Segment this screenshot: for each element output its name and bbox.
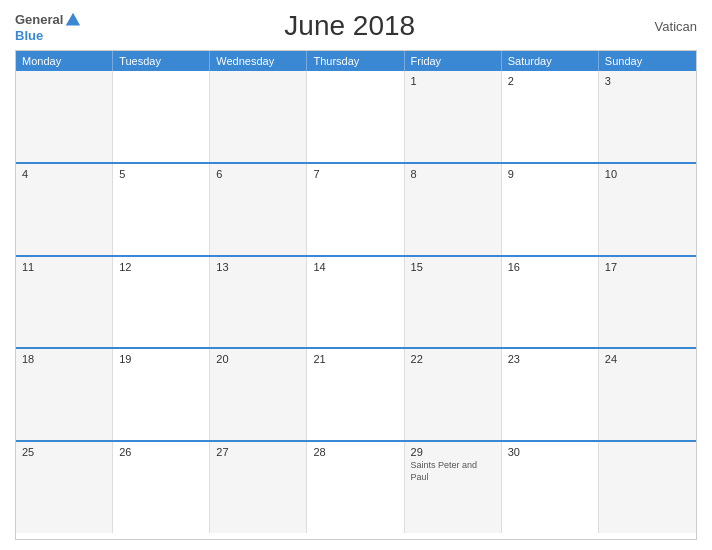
svg-marker-0: [66, 12, 80, 25]
day-cell: 15: [405, 257, 502, 348]
day-cell: [210, 71, 307, 162]
day-header-tuesday: Tuesday: [113, 51, 210, 71]
day-cell: 2: [502, 71, 599, 162]
week-row-4: 18192021222324: [16, 349, 696, 442]
day-number: 22: [411, 353, 495, 365]
day-header-sunday: Sunday: [599, 51, 696, 71]
day-header-saturday: Saturday: [502, 51, 599, 71]
calendar-grid: MondayTuesdayWednesdayThursdayFridaySatu…: [15, 50, 697, 540]
day-header-friday: Friday: [405, 51, 502, 71]
day-cell: 25: [16, 442, 113, 533]
day-number: 2: [508, 75, 592, 87]
day-number: 7: [313, 168, 397, 180]
day-header-thursday: Thursday: [307, 51, 404, 71]
day-number: 6: [216, 168, 300, 180]
day-cell: 30: [502, 442, 599, 533]
logo-wrapper: General Blue: [15, 11, 82, 42]
day-number: 23: [508, 353, 592, 365]
day-cell: [307, 71, 404, 162]
day-number: 26: [119, 446, 203, 458]
day-cell: 16: [502, 257, 599, 348]
day-number: 12: [119, 261, 203, 273]
day-number: 15: [411, 261, 495, 273]
day-cell: 24: [599, 349, 696, 440]
logo: General Blue: [15, 11, 82, 42]
day-cell: 18: [16, 349, 113, 440]
day-header-monday: Monday: [16, 51, 113, 71]
day-number: 18: [22, 353, 106, 365]
day-number: 4: [22, 168, 106, 180]
day-cell: [16, 71, 113, 162]
day-number: 25: [22, 446, 106, 458]
day-number: 27: [216, 446, 300, 458]
day-number: 10: [605, 168, 690, 180]
day-cell: 22: [405, 349, 502, 440]
calendar-header-row: MondayTuesdayWednesdayThursdayFridaySatu…: [16, 51, 696, 71]
day-cell: 28: [307, 442, 404, 533]
day-number: 30: [508, 446, 592, 458]
day-cell: 29Saints Peter and Paul: [405, 442, 502, 533]
day-number: 14: [313, 261, 397, 273]
calendar-title: June 2018: [82, 10, 617, 42]
day-number: 3: [605, 75, 690, 87]
day-header-wednesday: Wednesday: [210, 51, 307, 71]
day-cell: 5: [113, 164, 210, 255]
day-cell: 9: [502, 164, 599, 255]
day-cell: 1: [405, 71, 502, 162]
day-number: 16: [508, 261, 592, 273]
day-cell: 8: [405, 164, 502, 255]
day-number: 8: [411, 168, 495, 180]
day-cell: 6: [210, 164, 307, 255]
logo-triangle-icon: [64, 11, 82, 29]
day-cell: [599, 442, 696, 533]
day-number: 13: [216, 261, 300, 273]
day-number: 1: [411, 75, 495, 87]
calendar-body: 1234567891011121314151617181920212223242…: [16, 71, 696, 533]
week-row-1: 123: [16, 71, 696, 164]
day-number: 29: [411, 446, 495, 458]
day-number: 11: [22, 261, 106, 273]
day-cell: 13: [210, 257, 307, 348]
logo-top-row: General: [15, 11, 82, 29]
week-row-5: 2526272829Saints Peter and Paul30: [16, 442, 696, 533]
day-number: 21: [313, 353, 397, 365]
day-number: 28: [313, 446, 397, 458]
week-row-3: 11121314151617: [16, 257, 696, 350]
day-cell: 19: [113, 349, 210, 440]
day-cell: 3: [599, 71, 696, 162]
day-cell: 4: [16, 164, 113, 255]
day-cell: 20: [210, 349, 307, 440]
day-cell: 26: [113, 442, 210, 533]
day-cell: 12: [113, 257, 210, 348]
day-event: Saints Peter and Paul: [411, 460, 495, 483]
day-cell: 17: [599, 257, 696, 348]
country-name: Vatican: [617, 19, 697, 34]
day-cell: 7: [307, 164, 404, 255]
day-cell: 14: [307, 257, 404, 348]
calendar-page: General Blue June 2018 Vatican MondayTue…: [0, 0, 712, 550]
week-row-2: 45678910: [16, 164, 696, 257]
day-cell: 21: [307, 349, 404, 440]
day-cell: 10: [599, 164, 696, 255]
day-cell: 11: [16, 257, 113, 348]
day-number: 20: [216, 353, 300, 365]
day-cell: 23: [502, 349, 599, 440]
day-number: 19: [119, 353, 203, 365]
day-number: 17: [605, 261, 690, 273]
logo-general-text: General: [15, 13, 63, 26]
day-cell: [113, 71, 210, 162]
day-number: 24: [605, 353, 690, 365]
header: General Blue June 2018 Vatican: [15, 10, 697, 42]
day-number: 5: [119, 168, 203, 180]
logo-blue-text: Blue: [15, 29, 82, 42]
day-cell: 27: [210, 442, 307, 533]
day-number: 9: [508, 168, 592, 180]
